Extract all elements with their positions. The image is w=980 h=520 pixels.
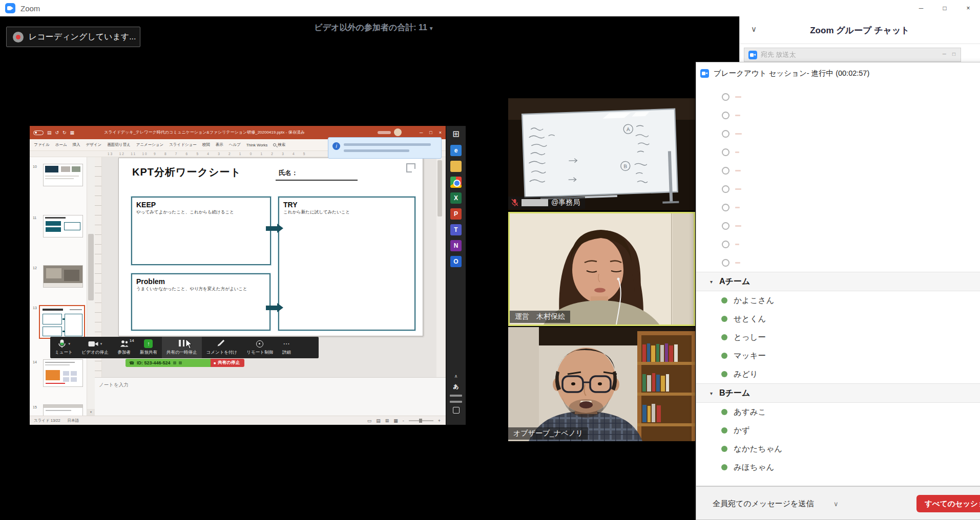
redacted-name xyxy=(735,96,741,98)
ppt-minimize-icon[interactable]: ─ xyxy=(420,130,423,135)
whiteboard-group-a: A xyxy=(627,126,630,132)
teams-icon[interactable]: T xyxy=(450,224,462,235)
new-share-button[interactable]: ↑ 新規共有 xyxy=(135,337,162,358)
stop-share-button[interactable]: ■ 共有の停止 xyxy=(211,359,244,367)
slide-title: KPT分析ワークシート xyxy=(132,165,241,179)
zoom-slider[interactable] xyxy=(409,420,433,421)
ribbon-tab[interactable]: スライドショー xyxy=(169,142,197,147)
team-member-row: あすみこ xyxy=(696,403,980,421)
non-video-participants-dropdown[interactable]: ビデオ以外の参加者の合計: 11▼ xyxy=(266,23,482,33)
chrome-icon[interactable] xyxy=(450,177,462,188)
redacted-name xyxy=(735,207,740,208)
save-icon[interactable]: ▤ xyxy=(47,131,52,135)
remote-control-icon xyxy=(256,340,263,348)
ribbon-tab[interactable]: 画面切り替え xyxy=(107,142,130,147)
slide-thumbnail-11[interactable] xyxy=(43,215,83,237)
start-button[interactable]: ⊞ xyxy=(450,129,462,140)
undo-icon[interactable]: ↺ xyxy=(55,131,59,135)
status-circle-icon xyxy=(722,93,729,101)
remote-control-button[interactable]: リモート制御 xyxy=(242,337,278,358)
remote-control-label: リモート制御 xyxy=(246,350,273,356)
zoom-in-icon[interactable]: + xyxy=(438,418,441,423)
ribbon-tab[interactable]: ファイル xyxy=(34,142,50,147)
ribbon-tab[interactable]: 挿入 xyxy=(73,142,80,147)
zoom-out-icon[interactable]: - xyxy=(403,418,404,423)
triangle-down-icon: ▾ xyxy=(710,391,713,396)
onenote-icon[interactable]: N xyxy=(450,240,462,251)
mute-button[interactable]: ▾ ミュート xyxy=(50,337,77,358)
ppt-close-icon[interactable]: × xyxy=(439,130,442,135)
folder-icon[interactable] xyxy=(450,161,462,172)
ppt-maximize-icon[interactable]: □ xyxy=(429,130,432,135)
notes-view-icon[interactable]: ▭ xyxy=(367,418,372,423)
chevron-up-icon[interactable]: ▾ xyxy=(100,342,102,346)
member-name: みほちゃん xyxy=(734,462,774,473)
minimize-button[interactable]: ─ xyxy=(909,0,933,16)
ribbon-tab[interactable]: ヘルプ xyxy=(229,142,241,147)
ribbon-tab[interactable]: Think Works xyxy=(246,143,268,147)
ribbon-tab[interactable]: 表示 xyxy=(216,142,223,147)
sorter-view-icon[interactable]: ⊞ xyxy=(385,418,389,423)
unassigned-participant-row xyxy=(696,253,980,272)
reading-view-icon[interactable]: ▦ xyxy=(393,418,398,423)
slide-thumbnail-10[interactable] xyxy=(43,164,83,186)
slide-thumbnail-13[interactable] xyxy=(39,305,85,339)
maximize-button[interactable]: □ xyxy=(933,0,956,16)
slide-editor[interactable]: KPT分析ワークシート 氏名： KEEP やってみてよかったこと、これからも続け… xyxy=(118,158,423,336)
stop-all-sessions-button[interactable]: すべてのセッションを停止 xyxy=(916,495,980,512)
ime-indicator[interactable]: あ xyxy=(453,383,458,391)
ribbon-tab[interactable]: 校閲 xyxy=(202,142,210,147)
info-icon: i xyxy=(332,142,340,150)
pause-share-button[interactable]: 共有の一時停止 xyxy=(162,337,202,358)
slide-thumbnail-12[interactable] xyxy=(43,265,83,288)
chat-header: ∨ Zoom グループ チャット xyxy=(740,16,980,44)
broadcast-message-button[interactable]: 全員宛てのメッセージを送信 xyxy=(713,487,814,520)
bg-minimize-icon[interactable]: ─ xyxy=(943,51,946,57)
background-window-titlebar[interactable]: 宛先 放送太 ─□ xyxy=(744,48,961,62)
stop-video-button[interactable]: ▾ ビデオの停止 xyxy=(77,337,113,358)
participants-button[interactable]: 14 参加者 xyxy=(113,337,135,358)
unassigned-participant-row xyxy=(696,106,980,124)
ribbon-tab[interactable]: デザイン xyxy=(86,142,102,147)
bg-maximize-icon[interactable]: □ xyxy=(952,51,955,57)
slide-thumbnail-14[interactable] xyxy=(43,359,83,387)
chevron-up-icon[interactable]: ▾ xyxy=(69,342,71,346)
problem-description: うまくいかなかったこと、やり方を変えた方がよいこと xyxy=(136,286,265,292)
chevron-down-icon[interactable]: ∨ xyxy=(833,500,839,508)
powerpoint-icon[interactable]: P xyxy=(450,208,462,220)
grid-icon[interactable]: ▦ xyxy=(70,131,75,135)
video-tile-active-speaker[interactable]: 運営 木村保絵 xyxy=(508,212,695,326)
video-tile-observer[interactable]: オブザーブ_ナベノリ xyxy=(508,327,695,441)
pencil-icon xyxy=(219,340,224,345)
ribbon-tab[interactable]: アニメーション xyxy=(136,142,164,147)
notes-pane[interactable]: ノートを入力 xyxy=(95,377,446,416)
annotate-button[interactable]: コメントを付け xyxy=(202,337,242,358)
more-button[interactable]: ⋯ 詳細 xyxy=(278,337,296,358)
thumbnail-scrollbar[interactable]: ▾ xyxy=(87,157,95,416)
shared-desktop-taskbar: ⊞eXPTNO ∧ あ xyxy=(446,126,466,425)
excel-icon[interactable]: X xyxy=(450,192,462,204)
outlook-icon[interactable]: O xyxy=(450,256,462,267)
record-icon xyxy=(13,32,24,42)
ribbon-tab[interactable]: ホーム xyxy=(55,142,67,147)
action-center-icon[interactable] xyxy=(453,407,460,414)
close-button[interactable]: × xyxy=(956,0,980,16)
tray-expand-icon[interactable]: ∧ xyxy=(454,374,458,379)
redo-icon[interactable]: ↻ xyxy=(62,131,67,135)
ppt-account[interactable] xyxy=(378,128,402,136)
slide-thumbnail-15[interactable] xyxy=(43,404,83,416)
redacted-name xyxy=(735,244,739,245)
ribbon-search[interactable]: 検索 xyxy=(273,142,285,147)
slide-scrollbar[interactable] xyxy=(436,157,443,377)
slide-thumbnail-panel: 101112131415 xyxy=(30,157,87,416)
presence-dot-icon xyxy=(721,297,727,304)
video-tile-whiteboard[interactable]: A B @事務局 xyxy=(508,98,695,210)
autosave-toggle[interactable] xyxy=(33,131,44,135)
presence-dot-icon xyxy=(721,427,727,434)
normal-view-icon[interactable]: ▤ xyxy=(376,418,381,423)
team-section-header[interactable]: ▾Bチーム xyxy=(696,383,980,403)
team-section-header[interactable]: ▾Aチーム xyxy=(696,272,980,291)
presence-dot-icon xyxy=(721,353,727,359)
edge-icon[interactable]: e xyxy=(450,145,462,156)
ppt-quick-access-toolbar[interactable]: ▤ ↺ ↻ ▦ xyxy=(33,131,74,135)
